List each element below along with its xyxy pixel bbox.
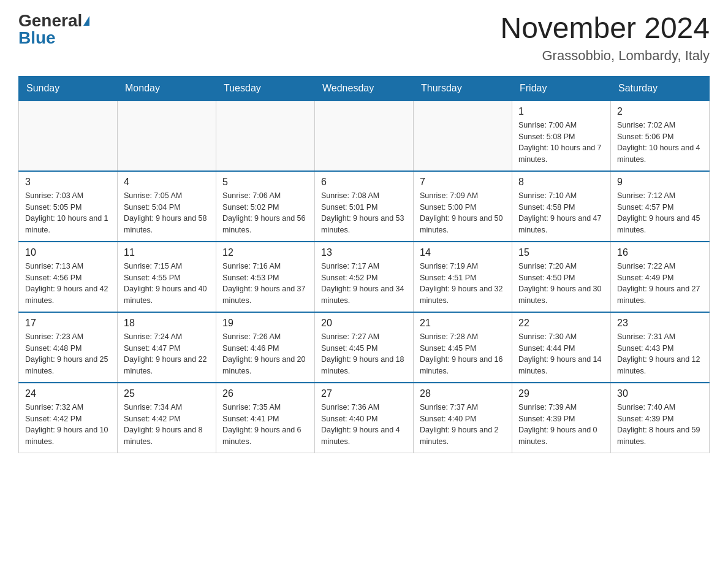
day-info: Sunrise: 7:28 AM Sunset: 4:45 PM Dayligh… xyxy=(420,331,506,377)
calendar-header: SundayMondayTuesdayWednesdayThursdayFrid… xyxy=(19,76,710,101)
day-info: Sunrise: 7:16 AM Sunset: 4:53 PM Dayligh… xyxy=(222,261,308,307)
day-number: 17 xyxy=(25,318,111,329)
day-info: Sunrise: 7:13 AM Sunset: 4:56 PM Dayligh… xyxy=(25,261,111,307)
day-info: Sunrise: 7:03 AM Sunset: 5:05 PM Dayligh… xyxy=(25,190,111,236)
day-info: Sunrise: 7:36 AM Sunset: 4:40 PM Dayligh… xyxy=(321,402,407,448)
day-info: Sunrise: 7:17 AM Sunset: 4:52 PM Dayligh… xyxy=(321,261,407,307)
calendar-cell: 25Sunrise: 7:34 AM Sunset: 4:42 PM Dayli… xyxy=(118,383,216,453)
calendar-cell: 3Sunrise: 7:03 AM Sunset: 5:05 PM Daylig… xyxy=(19,171,118,242)
day-number: 26 xyxy=(222,388,308,399)
day-info: Sunrise: 7:40 AM Sunset: 4:39 PM Dayligh… xyxy=(617,402,703,448)
page-header: General Blue November 2024 Grassobbio, L… xyxy=(18,12,710,64)
day-info: Sunrise: 7:24 AM Sunset: 4:47 PM Dayligh… xyxy=(124,331,210,377)
day-number: 2 xyxy=(617,106,703,117)
calendar-cell: 15Sunrise: 7:20 AM Sunset: 4:50 PM Dayli… xyxy=(512,242,611,312)
day-info: Sunrise: 7:35 AM Sunset: 4:41 PM Dayligh… xyxy=(222,402,308,448)
calendar-week-row: 3Sunrise: 7:03 AM Sunset: 5:05 PM Daylig… xyxy=(19,171,710,242)
calendar-cell: 1Sunrise: 7:00 AM Sunset: 5:08 PM Daylig… xyxy=(512,101,611,171)
day-info: Sunrise: 7:37 AM Sunset: 4:40 PM Dayligh… xyxy=(420,402,506,448)
day-number: 11 xyxy=(124,247,210,258)
logo-triangle-icon xyxy=(83,16,89,26)
day-number: 22 xyxy=(518,318,604,329)
day-number: 13 xyxy=(321,247,407,258)
day-number: 29 xyxy=(518,388,604,399)
calendar-cell: 21Sunrise: 7:28 AM Sunset: 4:45 PM Dayli… xyxy=(414,312,512,383)
day-number: 5 xyxy=(222,177,308,188)
calendar-cell: 26Sunrise: 7:35 AM Sunset: 4:41 PM Dayli… xyxy=(216,383,315,453)
logo-general-text: General xyxy=(18,12,82,29)
calendar-cell: 5Sunrise: 7:06 AM Sunset: 5:02 PM Daylig… xyxy=(216,171,315,242)
day-number: 16 xyxy=(617,247,703,258)
calendar-cell: 11Sunrise: 7:15 AM Sunset: 4:55 PM Dayli… xyxy=(118,242,216,312)
month-title: November 2024 xyxy=(500,12,710,45)
day-number: 9 xyxy=(617,177,703,188)
day-info: Sunrise: 7:09 AM Sunset: 5:00 PM Dayligh… xyxy=(420,190,506,236)
day-info: Sunrise: 7:02 AM Sunset: 5:06 PM Dayligh… xyxy=(617,120,703,166)
calendar-cell: 14Sunrise: 7:19 AM Sunset: 4:51 PM Dayli… xyxy=(414,242,512,312)
day-number: 8 xyxy=(518,177,604,188)
location-text: Grassobbio, Lombardy, Italy xyxy=(500,48,710,64)
day-number: 1 xyxy=(518,106,604,117)
day-info: Sunrise: 7:15 AM Sunset: 4:55 PM Dayligh… xyxy=(124,261,210,307)
calendar-cell: 28Sunrise: 7:37 AM Sunset: 4:40 PM Dayli… xyxy=(414,383,512,453)
day-number: 30 xyxy=(617,388,703,399)
calendar-table: SundayMondayTuesdayWednesdayThursdayFrid… xyxy=(18,76,710,453)
calendar-cell: 12Sunrise: 7:16 AM Sunset: 4:53 PM Dayli… xyxy=(216,242,315,312)
day-number: 27 xyxy=(321,388,407,399)
day-number: 25 xyxy=(124,388,210,399)
day-number: 28 xyxy=(420,388,506,399)
day-number: 12 xyxy=(222,247,308,258)
day-number: 23 xyxy=(617,318,703,329)
day-number: 6 xyxy=(321,177,407,188)
calendar-cell: 16Sunrise: 7:22 AM Sunset: 4:49 PM Dayli… xyxy=(611,242,710,312)
calendar-cell: 23Sunrise: 7:31 AM Sunset: 4:43 PM Dayli… xyxy=(611,312,710,383)
day-info: Sunrise: 7:30 AM Sunset: 4:44 PM Dayligh… xyxy=(518,331,604,377)
calendar-cell xyxy=(216,101,315,171)
day-info: Sunrise: 7:08 AM Sunset: 5:01 PM Dayligh… xyxy=(321,190,407,236)
day-of-week-header: Monday xyxy=(118,76,216,101)
calendar-cell: 27Sunrise: 7:36 AM Sunset: 4:40 PM Dayli… xyxy=(315,383,414,453)
logo: General Blue xyxy=(18,12,89,47)
calendar-cell xyxy=(315,101,414,171)
calendar-week-row: 17Sunrise: 7:23 AM Sunset: 4:48 PM Dayli… xyxy=(19,312,710,383)
calendar-cell: 7Sunrise: 7:09 AM Sunset: 5:00 PM Daylig… xyxy=(414,171,512,242)
title-block: November 2024 Grassobbio, Lombardy, Ital… xyxy=(500,12,710,64)
calendar-week-row: 1Sunrise: 7:00 AM Sunset: 5:08 PM Daylig… xyxy=(19,101,710,171)
day-number: 20 xyxy=(321,318,407,329)
day-info: Sunrise: 7:31 AM Sunset: 4:43 PM Dayligh… xyxy=(617,331,703,377)
day-info: Sunrise: 7:32 AM Sunset: 4:42 PM Dayligh… xyxy=(25,402,111,448)
day-number: 4 xyxy=(124,177,210,188)
day-info: Sunrise: 7:05 AM Sunset: 5:04 PM Dayligh… xyxy=(124,190,210,236)
day-of-week-header: Tuesday xyxy=(216,76,315,101)
calendar-week-row: 24Sunrise: 7:32 AM Sunset: 4:42 PM Dayli… xyxy=(19,383,710,453)
day-info: Sunrise: 7:39 AM Sunset: 4:39 PM Dayligh… xyxy=(518,402,604,448)
calendar-cell: 13Sunrise: 7:17 AM Sunset: 4:52 PM Dayli… xyxy=(315,242,414,312)
day-of-week-header: Saturday xyxy=(611,76,710,101)
day-info: Sunrise: 7:26 AM Sunset: 4:46 PM Dayligh… xyxy=(222,331,308,377)
day-info: Sunrise: 7:23 AM Sunset: 4:48 PM Dayligh… xyxy=(25,331,111,377)
calendar-cell: 24Sunrise: 7:32 AM Sunset: 4:42 PM Dayli… xyxy=(19,383,118,453)
calendar-cell: 4Sunrise: 7:05 AM Sunset: 5:04 PM Daylig… xyxy=(118,171,216,242)
day-number: 10 xyxy=(25,247,111,258)
calendar-cell: 17Sunrise: 7:23 AM Sunset: 4:48 PM Dayli… xyxy=(19,312,118,383)
day-info: Sunrise: 7:22 AM Sunset: 4:49 PM Dayligh… xyxy=(617,261,703,307)
calendar-cell: 29Sunrise: 7:39 AM Sunset: 4:39 PM Dayli… xyxy=(512,383,611,453)
calendar-cell: 30Sunrise: 7:40 AM Sunset: 4:39 PM Dayli… xyxy=(611,383,710,453)
day-info: Sunrise: 7:10 AM Sunset: 4:58 PM Dayligh… xyxy=(518,190,604,236)
calendar-cell: 22Sunrise: 7:30 AM Sunset: 4:44 PM Dayli… xyxy=(512,312,611,383)
day-info: Sunrise: 7:34 AM Sunset: 4:42 PM Dayligh… xyxy=(124,402,210,448)
calendar-cell: 19Sunrise: 7:26 AM Sunset: 4:46 PM Dayli… xyxy=(216,312,315,383)
calendar-cell: 10Sunrise: 7:13 AM Sunset: 4:56 PM Dayli… xyxy=(19,242,118,312)
day-number: 18 xyxy=(124,318,210,329)
day-info: Sunrise: 7:06 AM Sunset: 5:02 PM Dayligh… xyxy=(222,190,308,236)
day-number: 7 xyxy=(420,177,506,188)
day-of-week-header: Friday xyxy=(512,76,611,101)
calendar-cell: 20Sunrise: 7:27 AM Sunset: 4:45 PM Dayli… xyxy=(315,312,414,383)
day-info: Sunrise: 7:27 AM Sunset: 4:45 PM Dayligh… xyxy=(321,331,407,377)
calendar-cell xyxy=(19,101,118,171)
calendar-cell xyxy=(414,101,512,171)
logo-blue-text: Blue xyxy=(18,29,56,47)
day-number: 19 xyxy=(222,318,308,329)
day-number: 21 xyxy=(420,318,506,329)
calendar-cell: 18Sunrise: 7:24 AM Sunset: 4:47 PM Dayli… xyxy=(118,312,216,383)
